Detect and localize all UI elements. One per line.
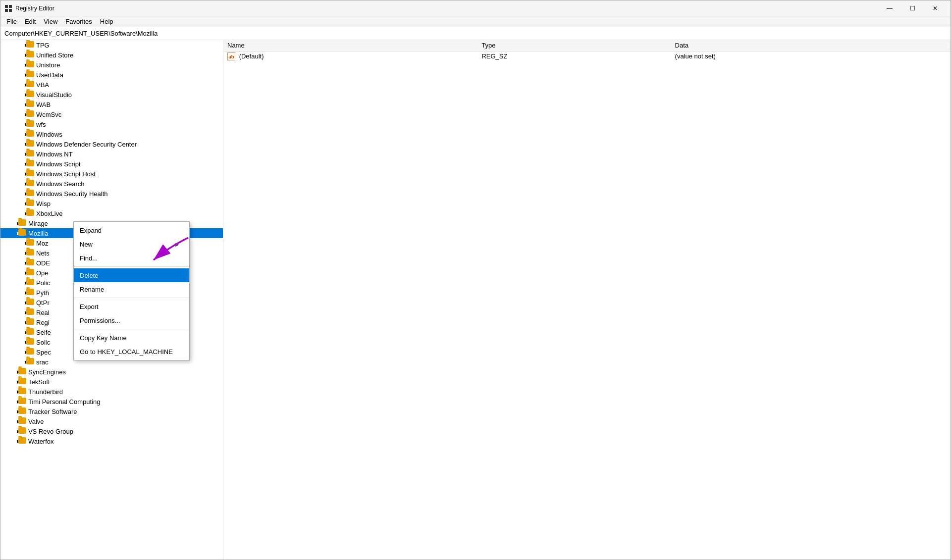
tree-item-label: QtPr [36, 299, 50, 306]
ctx-item-label: Copy Key Name [80, 334, 127, 342]
tree-item[interactable]: ▶ Windows Defender Security Center [0, 139, 223, 149]
tree-item-label: Solic [36, 339, 50, 346]
ctx-item-new[interactable]: New ▶ [74, 237, 189, 251]
expand-arrow: ▶ [0, 51, 26, 59]
tree-item-label: Polic [36, 279, 50, 287]
folder-icon [18, 398, 26, 406]
folder-icon [26, 338, 34, 346]
ctx-item-label: Expand [80, 227, 102, 234]
tree-item-label: SyncEngines [28, 368, 66, 376]
tree-item[interactable]: ▶ Windows Security Health [0, 189, 223, 199]
tree-item[interactable]: ▶ Windows [0, 129, 223, 139]
minimize-button[interactable]: — [878, 0, 901, 16]
folder-icon [26, 200, 34, 207]
tree-item[interactable]: ▶ Windows NT [0, 149, 223, 159]
tree-item[interactable]: ▶ UserData [0, 70, 223, 80]
tree-item[interactable]: ▶ WAB [0, 100, 223, 109]
tree-item[interactable]: ▶ Waterfox [0, 436, 223, 446]
folder-icon [26, 61, 34, 69]
menu-edit[interactable]: Edit [21, 17, 40, 26]
tree-item[interactable]: ▶ Windows Search [0, 179, 223, 189]
folder-icon [26, 279, 34, 287]
tree-item-label: WcmSvc [36, 111, 61, 118]
tree-item-label: Windows Security Health [36, 190, 108, 198]
entry-type: REG_SZ [477, 51, 671, 61]
svg-rect-0 [5, 5, 8, 8]
tree-item-label: Spec [36, 349, 51, 356]
svg-rect-2 [5, 9, 8, 12]
folder-icon [26, 110, 34, 118]
tree-item[interactable]: ▶ Unistore [0, 60, 223, 70]
ctx-item-rename[interactable]: Rename [74, 282, 189, 296]
expand-arrow: ▶ [0, 41, 26, 49]
folder-icon [26, 318, 34, 326]
tree-item[interactable]: ▶ WcmSvc [0, 109, 223, 119]
ctx-item-delete[interactable]: Delete [74, 268, 189, 282]
tree-item-label: VBA [36, 81, 49, 89]
entry-data: (value not set) [671, 51, 951, 61]
tree-item[interactable]: ▶ VBA [0, 80, 223, 90]
tree-item-label: Seife [36, 329, 51, 336]
tree-item[interactable]: ▶ Wisp [0, 199, 223, 208]
tree-item[interactable]: ▶ Tracker Software [0, 407, 223, 416]
ctx-item-expand[interactable]: Expand [74, 223, 189, 237]
tree-item[interactable]: ▶ Timi Personal Computing [0, 397, 223, 407]
tree-item[interactable]: ▶ VS Revo Group [0, 426, 223, 436]
folder-icon [26, 170, 34, 178]
ctx-item-label: Permissions... [80, 317, 120, 324]
tree-item[interactable]: ▶ Unified Store [0, 50, 223, 60]
ctx-item-permissions[interactable]: Permissions... [74, 313, 189, 327]
folder-icon [26, 140, 34, 148]
ctx-item-goto-hklm[interactable]: Go to HKEY_LOCAL_MACHINE [74, 345, 189, 358]
expand-arrow: ▶ [0, 150, 26, 158]
ctx-item-copy-key-name[interactable]: Copy Key Name [74, 331, 189, 345]
table-row[interactable]: ab (Default) REG_SZ (value not set) [223, 51, 951, 61]
menu-favorites[interactable]: Favorites [61, 17, 96, 26]
menu-help[interactable]: Help [96, 17, 117, 26]
ctx-item-export[interactable]: Export [74, 300, 189, 313]
expand-arrow: ▶ [0, 140, 26, 148]
expand-arrow: ▶ [0, 308, 26, 316]
tree-item-label: Unistore [36, 61, 60, 69]
expand-arrow: ▶ [0, 318, 26, 326]
expand-arrow: ▶ [0, 328, 26, 336]
tree-item[interactable]: ▶ Windows Script [0, 159, 223, 169]
ctx-item-find[interactable]: Find... [74, 251, 189, 265]
tree-item[interactable]: ▶ Windows Script Host [0, 169, 223, 179]
folder-icon [26, 150, 34, 158]
maximize-button[interactable]: ☐ [901, 0, 924, 16]
tree-item-label: ODE [36, 259, 50, 267]
ctx-item-label: Rename [80, 286, 104, 293]
tree-item[interactable]: ▶ Valve [0, 416, 223, 426]
tree-item-label: Windows Search [36, 180, 85, 188]
expand-arrow: ▶ [0, 61, 26, 69]
tree-item[interactable]: ▶ TPG [0, 40, 223, 50]
context-menu: Expand New ▶ Find... Delete Rename Expor… [73, 221, 190, 360]
col-name: Name [223, 40, 477, 51]
tree-item-label: Windows Script Host [36, 170, 96, 178]
svg-rect-1 [9, 5, 12, 8]
svg-rect-3 [9, 9, 12, 12]
tree-item[interactable]: ▶ Thunderbird [0, 387, 223, 397]
address-bar: Computer\HKEY_CURRENT_USER\Software\Mozi… [0, 27, 951, 40]
ctx-separator [74, 266, 189, 267]
tree-item[interactable]: ▶ TekSoft [0, 377, 223, 387]
tree-item[interactable]: ▶ SyncEngines [0, 367, 223, 377]
window-title: Registry Editor [15, 5, 878, 12]
tree-item[interactable]: ▶ XboxLive [0, 208, 223, 218]
close-button[interactable]: ✕ [924, 0, 947, 16]
tree-item[interactable]: ▶ VisualStudio [0, 90, 223, 100]
folder-icon [26, 348, 34, 356]
expand-arrow: ▶ [0, 249, 26, 257]
menu-view[interactable]: View [40, 17, 61, 26]
tree-item-label: Mirage [28, 220, 48, 227]
ctx-item-label: Find... [80, 255, 98, 262]
folder-icon [26, 120, 34, 128]
expand-arrow: ▶ [0, 269, 26, 277]
menu-file[interactable]: File [2, 17, 21, 26]
folder-icon [26, 209, 34, 217]
tree-item[interactable]: ▶ wfs [0, 119, 223, 129]
tree-item-label: Valve [28, 418, 44, 425]
expand-arrow: ▶ [0, 209, 26, 217]
expand-arrow: ▶ [0, 160, 26, 168]
